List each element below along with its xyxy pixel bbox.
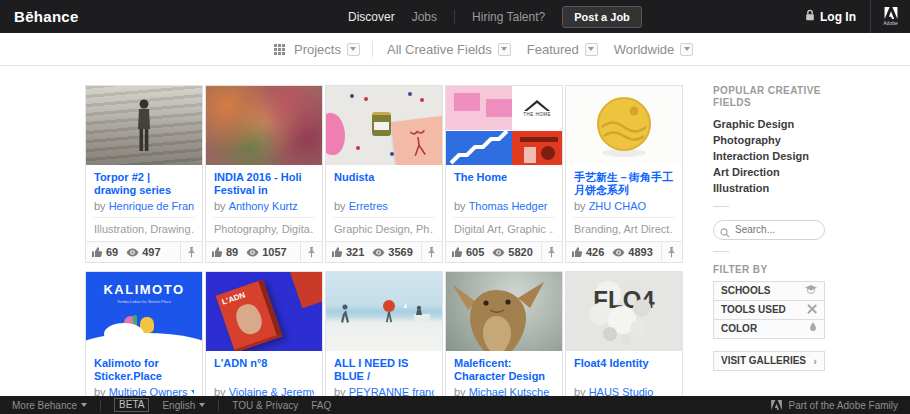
project-thumbnail[interactable]	[566, 86, 682, 165]
visit-galleries-button[interactable]: VISIT GALLERIES ›	[713, 351, 825, 371]
project-card[interactable]: Nudista by Erretres Graphic Design, Ph… …	[325, 85, 443, 263]
project-title[interactable]: Nudista	[334, 171, 434, 198]
views-count: 5820	[508, 246, 532, 258]
popular-fields-list: Graphic Design Photography Interaction D…	[713, 118, 825, 195]
project-thumbnail[interactable]	[86, 86, 202, 165]
project-thumbnail[interactable]	[326, 86, 442, 165]
thumbnail-subtext: Temba Lobos for Sticker.Place	[86, 299, 202, 304]
project-owner-link[interactable]: Erretres	[349, 200, 388, 212]
project-card[interactable]: ALL I NEED IS BLUE / PHOTOGRAPHIE by PEY…	[325, 271, 443, 414]
home-roof-art	[524, 100, 550, 111]
project-owner-link[interactable]: Henrique de França	[109, 200, 194, 212]
project-thumbnail[interactable]	[326, 272, 442, 351]
appreciations-icon	[92, 247, 103, 258]
project-fields: Illustration, Drawing…	[94, 218, 194, 241]
login-button[interactable]: Log In	[805, 9, 856, 25]
project-thumbnail[interactable]: L'ADN	[206, 272, 322, 351]
creative-fields-dropdown[interactable]: All Creative Fields	[387, 42, 511, 57]
project-title[interactable]: INDIA 2016 - Holi Festival in	[214, 171, 314, 198]
project-fields: Photography, Digita…	[214, 218, 314, 241]
sidebar-field-graphic-design[interactable]: Graphic Design	[713, 118, 825, 131]
project-title[interactable]: Torpor #2 | drawing series	[94, 171, 194, 198]
feature-pin-icon	[661, 242, 682, 262]
filter-color-button[interactable]: COLOR	[713, 319, 825, 339]
project-card[interactable]: FLO4 Float4 Identity by HAUS Studio Art …	[565, 271, 683, 414]
more-behance-dropdown[interactable]: More Behance	[12, 400, 87, 411]
divider	[454, 10, 455, 24]
views-icon	[126, 248, 139, 257]
project-thumbnail[interactable]	[206, 86, 322, 165]
post-a-job-button[interactable]: Post a Job	[562, 6, 642, 28]
project-fields: Graphic Design, Ph…	[334, 218, 434, 241]
tools-icon	[807, 304, 817, 316]
project-title[interactable]: L'ADN n°8	[214, 357, 314, 384]
behance-logo[interactable]: Bēhance	[14, 8, 79, 25]
filter-label: TOOLS USED	[721, 304, 786, 315]
sidebar-field-interaction-design[interactable]: Interaction Design	[713, 150, 825, 163]
chevron-right-icon: ›	[813, 355, 817, 367]
project-thumbnail[interactable]: KALIMOTO Temba Lobos for Sticker.Place	[86, 272, 202, 351]
creative-fields-label: All Creative Fields	[387, 42, 492, 57]
grid-view-icon[interactable]	[274, 44, 285, 55]
project-title[interactable]: Maleficent: Character Design	[454, 357, 554, 384]
sidebar-field-art-direction[interactable]: Art Direction	[713, 166, 825, 179]
faq-link[interactable]: FAQ	[311, 400, 331, 411]
project-title[interactable]: The Home	[454, 171, 554, 198]
project-card[interactable]: Maleficent: Character Design by Michael …	[445, 271, 563, 414]
sidebar-field-photography[interactable]: Photography	[713, 134, 825, 147]
project-card[interactable]: L'ADN L'ADN n°8 by Violaine & Jeremy Art…	[205, 271, 323, 414]
project-card[interactable]: 手艺新生－街角手工月饼念系列 by ZHU CHAO Branding, Art…	[565, 85, 683, 263]
sidebar-field-illustration[interactable]: Illustration	[713, 182, 825, 195]
project-thumbnail[interactable]: FLO4	[566, 272, 682, 351]
chevron-down-icon[interactable]	[191, 390, 194, 394]
filter-label: COLOR	[721, 323, 757, 334]
project-title[interactable]: 手艺新生－街角手工月饼念系列	[574, 171, 674, 198]
project-byline: by ZHU CHAO	[574, 200, 674, 218]
figure-art	[133, 98, 155, 158]
appreciations-icon	[332, 247, 343, 258]
project-thumbnail[interactable]: THE HOME	[446, 86, 562, 165]
appreciations-icon	[452, 247, 463, 258]
thumbnail-text: L'ADN	[216, 281, 263, 308]
popular-fields-header: POPULAR CREATIVE FIELDS	[713, 85, 825, 109]
filter-tools-used-button[interactable]: TOOLS USED	[713, 300, 825, 320]
project-owner-link[interactable]: Anthony Kurtz	[229, 200, 298, 212]
project-card[interactable]: KALIMOTO Temba Lobos for Sticker.Place K…	[85, 271, 203, 414]
adobe-logo[interactable]: Adobe	[870, 0, 910, 33]
login-label: Log In	[820, 10, 856, 24]
project-byline: by Erretres	[334, 200, 434, 218]
project-card[interactable]: INDIA 2016 - Holi Festival in by Anthony…	[205, 85, 323, 263]
project-card[interactable]: THE HOME The Home by Thomas Hedger Digit…	[445, 85, 563, 263]
appreciations-count: 605	[466, 246, 484, 258]
featured-label: Featured	[527, 42, 579, 57]
project-title[interactable]: ALL I NEED IS BLUE / PHOTOGRAPHIE	[334, 357, 434, 384]
nav-jobs[interactable]: Jobs	[412, 10, 437, 24]
worldwide-label: Worldwide	[614, 42, 674, 57]
tou-privacy-link[interactable]: TOU & Privacy	[232, 400, 298, 411]
more-behance-label: More Behance	[12, 400, 77, 411]
project-owner-link[interactable]: Thomas Hedger	[469, 200, 548, 212]
views-count: 3569	[388, 246, 412, 258]
project-thumbnail[interactable]	[446, 272, 562, 351]
worldwide-dropdown[interactable]: Worldwide	[614, 42, 693, 57]
views-count: 4893	[628, 246, 652, 258]
by-label: by	[574, 200, 586, 212]
language-label: English	[162, 400, 195, 411]
project-owner-link[interactable]: ZHU CHAO	[589, 200, 646, 212]
project-card[interactable]: Torpor #2 | drawing series by Henrique d…	[85, 85, 203, 263]
filter-nav-bar: Projects All Creative Fields Featured Wo…	[0, 33, 910, 66]
project-title[interactable]: Float4 Identity	[574, 357, 674, 384]
visit-galleries-label: VISIT GALLERIES	[721, 355, 806, 366]
appreciations-count: 321	[346, 246, 364, 258]
beach-art	[326, 272, 442, 351]
projects-dropdown[interactable]: Projects	[294, 42, 360, 57]
feature-pin-icon	[541, 242, 562, 262]
nav-discover[interactable]: Discover	[348, 10, 395, 24]
project-title[interactable]: Kalimoto for Sticker.Place	[94, 357, 194, 384]
filter-schools-button[interactable]: SCHOOLS	[713, 281, 825, 301]
nav-hiring-talent[interactable]: Hiring Talent?	[472, 10, 545, 24]
featured-dropdown[interactable]: Featured	[527, 42, 598, 57]
language-dropdown[interactable]: English	[162, 400, 205, 411]
appreciations-count: 69	[106, 246, 118, 258]
by-label: by	[334, 200, 346, 212]
